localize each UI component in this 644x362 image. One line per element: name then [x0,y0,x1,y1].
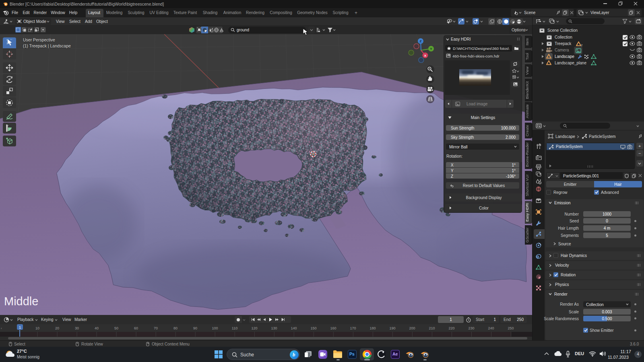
svg-text:100: 100 [212,326,218,330]
svg-text:250: 250 [508,326,514,330]
svg-text:50: 50 [114,326,118,330]
svg-text:10: 10 [35,326,39,330]
svg-text:70: 70 [154,326,158,330]
svg-text:160: 160 [330,326,336,330]
svg-text:X: X [424,54,427,58]
svg-text:Y: Y [430,47,432,51]
svg-text:Z: Z [420,39,422,43]
svg-text:120: 120 [251,326,257,330]
svg-text:220: 220 [448,326,454,330]
svg-text:90: 90 [193,326,197,330]
svg-text:30: 30 [75,326,79,330]
svg-text:150: 150 [310,326,316,330]
svg-text:190: 190 [389,326,395,330]
svg-text:210: 210 [429,326,435,330]
svg-text:200: 200 [409,326,415,330]
svg-text:130: 130 [271,326,277,330]
svg-text:110: 110 [232,326,237,330]
svg-text:230: 230 [468,326,474,330]
svg-text:40: 40 [95,326,99,330]
svg-text:140: 140 [291,326,297,330]
svg-text:1: 1 [19,325,21,329]
svg-text:240: 240 [488,326,494,330]
svg-text:180: 180 [369,326,376,330]
svg-text:60: 60 [134,326,138,330]
svg-text:80: 80 [173,326,178,330]
svg-text:170: 170 [350,326,356,330]
svg-text:20: 20 [55,326,59,330]
